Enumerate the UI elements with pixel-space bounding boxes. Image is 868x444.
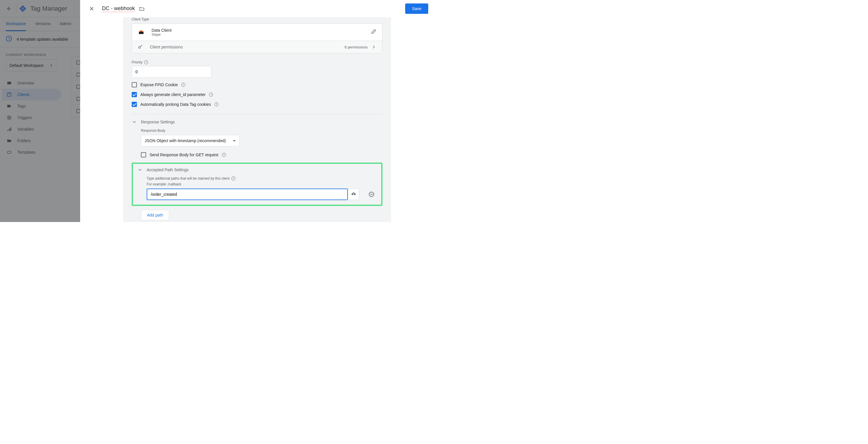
svg-rect-15 <box>353 193 354 194</box>
help-icon[interactable]: ? <box>181 83 185 87</box>
svg-rect-13 <box>351 194 353 195</box>
help-icon[interactable]: ? <box>222 153 226 157</box>
client-provider: Stape <box>152 33 172 37</box>
auto-prolong-checkbox[interactable] <box>132 102 137 107</box>
help-icon[interactable]: ? <box>144 60 148 64</box>
response-settings-header[interactable]: Response Settings <box>132 119 382 124</box>
help-icon[interactable]: ? <box>231 176 236 180</box>
path-example-text: For example: /callback <box>147 182 377 186</box>
client-type-label: Client Type <box>132 17 382 21</box>
permissions-row[interactable]: Client permissions 6 permissions <box>132 41 382 53</box>
modal-title[interactable]: DC - webhook <box>102 5 135 12</box>
client-type-selector[interactable]: Data Client Stape <box>132 24 382 41</box>
client-provider-icon <box>138 29 145 36</box>
always-generate-checkbox[interactable] <box>132 92 137 97</box>
path-help-text: Type additional paths that will be claim… <box>147 176 230 180</box>
accepted-path-title: Accepted Path Settings <box>147 168 189 172</box>
send-get-checkbox[interactable] <box>141 152 146 157</box>
permissions-label: Client permissions <box>150 45 183 49</box>
expose-fpid-label: Expose FPID Cookie <box>141 83 178 87</box>
always-generate-label: Always generate client_id parameter <box>141 92 206 97</box>
response-body-label: Response Body <box>141 128 382 132</box>
help-icon[interactable]: ? <box>214 102 218 107</box>
help-icon[interactable]: ? <box>209 93 213 96</box>
response-body-select[interactable]: JSON Object with timestamp (recommended) <box>141 135 240 146</box>
response-settings-title: Response Settings <box>141 120 175 124</box>
folder-icon[interactable] <box>139 6 145 11</box>
send-get-label: Send Response Body for GET request <box>150 152 218 157</box>
edit-icon[interactable] <box>371 29 376 36</box>
auto-prolong-label: Automatically prolong Data Tag cookies <box>141 102 211 107</box>
client-name: Data Client <box>152 28 172 33</box>
chevron-down-icon <box>132 119 137 124</box>
insert-variable-button[interactable] <box>348 188 359 200</box>
response-body-value: JSON Object with timestamp (recommended) <box>145 138 226 143</box>
accepted-path-header[interactable]: Accepted Path Settings <box>137 167 377 172</box>
path-input[interactable] <box>147 188 348 200</box>
svg-rect-14 <box>354 194 355 195</box>
key-icon <box>138 45 143 50</box>
priority-input[interactable] <box>132 66 211 78</box>
save-button[interactable]: Save <box>405 3 428 14</box>
accepted-path-highlight: Accepted Path Settings Type additional p… <box>132 162 382 206</box>
expose-fpid-checkbox[interactable] <box>132 82 137 87</box>
chevron-right-icon <box>371 45 376 50</box>
add-path-button[interactable]: Add path <box>141 210 169 220</box>
svg-point-12 <box>138 47 141 49</box>
close-button[interactable] <box>86 3 97 14</box>
svg-rect-11 <box>139 32 144 34</box>
permissions-count: 6 permissions <box>345 45 368 49</box>
remove-path-button[interactable] <box>366 189 377 200</box>
priority-label: Priority <box>132 60 142 64</box>
chevron-down-icon <box>137 167 143 172</box>
modal-panel: DC - webhook Save Client Type Data Clien… <box>80 0 434 222</box>
